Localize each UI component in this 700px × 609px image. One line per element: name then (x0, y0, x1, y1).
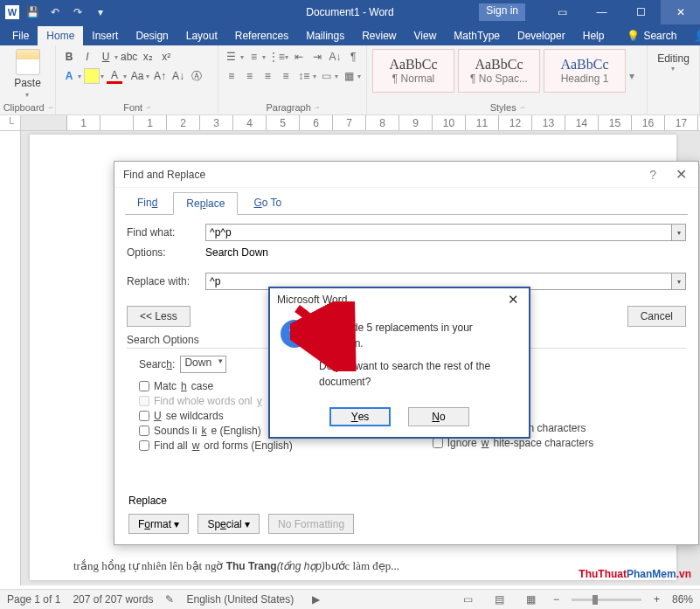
tab-help[interactable]: Help (574, 26, 613, 45)
zoom-level[interactable]: 86% (672, 593, 693, 606)
tab-review[interactable]: Review (353, 26, 405, 45)
yes-button[interactable]: Yes (329, 407, 391, 426)
bullets-button[interactable]: ☰ (224, 49, 239, 65)
tell-me-search[interactable]: 💡Search (618, 26, 685, 45)
tab-file[interactable]: File (3, 26, 38, 45)
tab-home[interactable]: Home (38, 26, 83, 45)
replace-with-dropdown[interactable]: ▾ (672, 273, 686, 290)
macro-icon[interactable]: ▶ (306, 592, 325, 607)
zoom-slider[interactable] (572, 599, 641, 601)
strikethrough-button[interactable]: abc (121, 49, 137, 65)
sign-in-button[interactable]: Sign in (479, 3, 525, 21)
less-button[interactable]: << Less (127, 306, 191, 327)
undo-icon[interactable]: ↶ (45, 3, 65, 22)
redo-icon[interactable]: ↷ (68, 3, 87, 22)
zoom-out-button[interactable]: − (553, 593, 559, 606)
styles-expand-icon[interactable]: ▾ (629, 70, 641, 82)
tab-replace[interactable]: Replace (173, 192, 238, 215)
horizontal-ruler[interactable]: └ 1123456789101112131415161718 (0, 115, 700, 131)
dialog-close-button[interactable]: ✕ (672, 166, 690, 183)
numbering-button[interactable]: ≡ (246, 49, 262, 65)
tab-mailings[interactable]: Mailings (297, 26, 353, 45)
cancel-button[interactable]: Cancel (627, 306, 686, 327)
word-forms-checkbox[interactable]: Find all word forms (English) (139, 439, 293, 452)
minimize-button[interactable]: — (582, 0, 621, 24)
text-effects-button[interactable]: A (61, 68, 77, 84)
question-icon: ? (281, 320, 308, 348)
borders-button[interactable]: ▦ (341, 68, 357, 84)
underline-button[interactable]: U (98, 49, 114, 65)
tab-find[interactable]: Find (125, 192, 170, 215)
superscript-button[interactable]: x² (158, 49, 174, 65)
align-right-button[interactable]: ≡ (260, 68, 275, 84)
ribbon-display-icon[interactable]: ▭ (543, 0, 582, 24)
align-center-button[interactable]: ≡ (242, 68, 258, 84)
italic-button[interactable]: I (80, 49, 95, 65)
document-text: trắng hồng tự nhiên lên bật ngờ Thu Tran… (73, 559, 399, 573)
options-label: Options: (127, 246, 205, 259)
format-button[interactable]: Format ▾ (128, 514, 189, 534)
tab-insert[interactable]: Insert (83, 26, 127, 45)
subscript-button[interactable]: x₂ (140, 49, 156, 65)
spellcheck-icon[interactable]: ✎ (165, 593, 174, 606)
shrink-font-button[interactable]: A↓ (170, 68, 186, 84)
tab-references[interactable]: References (226, 26, 297, 45)
qat-customize-icon[interactable]: ▾ (91, 3, 110, 22)
special-button[interactable]: Special ▾ (198, 514, 260, 534)
decrease-indent-button[interactable]: ⇤ (291, 49, 307, 65)
multilevel-button[interactable]: ⋮≡ (268, 49, 284, 65)
vertical-ruler[interactable] (0, 131, 21, 585)
grow-font-button[interactable]: A↑ (152, 68, 168, 84)
tab-developer[interactable]: Developer (509, 26, 574, 45)
save-icon[interactable]: 💾 (23, 3, 42, 22)
show-marks-button[interactable]: ¶ (345, 49, 361, 65)
message-box: Microsoft Word ✕ ? We made 5 replacement… (268, 287, 530, 439)
close-button[interactable]: ✕ (661, 0, 700, 24)
tab-goto[interactable]: Go To (241, 192, 294, 215)
editing-button[interactable]: Editing▾ (653, 49, 694, 76)
tab-layout[interactable]: Layout (177, 26, 226, 45)
change-case-button[interactable]: Aa (129, 68, 145, 84)
document-title: Document1 - Word (306, 6, 393, 18)
word-count[interactable]: 207 of 207 words (73, 593, 153, 606)
options-value: Search Down (205, 246, 268, 259)
highlight-button[interactable] (84, 68, 100, 84)
msgbox-close-button[interactable]: ✕ (504, 292, 522, 308)
title-bar: W 💾 ↶ ↷ ▾ Document1 - Word Sign in ▭ — ☐… (0, 0, 700, 24)
font-color-button[interactable]: A (107, 68, 122, 84)
style-nospacing[interactable]: AaBbCc¶ No Spac... (458, 49, 540, 93)
search-direction-label: Search: (139, 358, 175, 370)
tab-mathtype[interactable]: MathType (445, 26, 509, 45)
clear-format-button[interactable]: Ⓐ (189, 68, 204, 84)
shading-button[interactable]: ▭ (319, 68, 335, 84)
print-layout-icon[interactable]: ▤ (490, 592, 509, 607)
no-button[interactable]: No (408, 407, 469, 426)
bold-button[interactable]: B (61, 49, 77, 65)
web-layout-icon[interactable]: ▦ (522, 592, 541, 607)
style-normal[interactable]: AaBbCc¶ Normal (372, 49, 454, 93)
sort-button[interactable]: A↓ (328, 49, 343, 65)
language-indicator[interactable]: English (United States) (186, 593, 294, 606)
dialog-help-button[interactable]: ? (649, 168, 656, 182)
align-left-button[interactable]: ≡ (224, 68, 239, 84)
tab-selector-icon[interactable]: └ (0, 115, 21, 131)
watermark: ThuThuatPhanMem.vn (579, 560, 691, 583)
search-direction-select[interactable]: Down (180, 356, 226, 373)
maximize-button[interactable]: ☐ (621, 0, 661, 24)
read-mode-icon[interactable]: ▭ (459, 592, 478, 607)
ignore-whitespace-checkbox[interactable]: Ignore white-space characters (433, 437, 593, 449)
clipboard-icon (16, 49, 40, 75)
paste-button[interactable]: Paste ▾ (5, 49, 50, 99)
justify-button[interactable]: ≡ (278, 68, 294, 84)
tab-design[interactable]: Design (127, 26, 177, 45)
tab-view[interactable]: View (405, 26, 446, 45)
page-indicator[interactable]: Page 1 of 1 (7, 593, 60, 606)
style-heading1[interactable]: AaBbCcHeading 1 (544, 49, 626, 93)
increase-indent-button[interactable]: ⇥ (309, 49, 325, 65)
share-button[interactable]: 👤Share (685, 26, 700, 45)
zoom-in-button[interactable]: + (654, 593, 660, 606)
find-what-input[interactable] (205, 224, 672, 241)
word-app-icon: W (5, 5, 19, 19)
line-spacing-button[interactable]: ↕≡ (296, 68, 312, 84)
find-what-dropdown[interactable]: ▾ (672, 224, 686, 241)
